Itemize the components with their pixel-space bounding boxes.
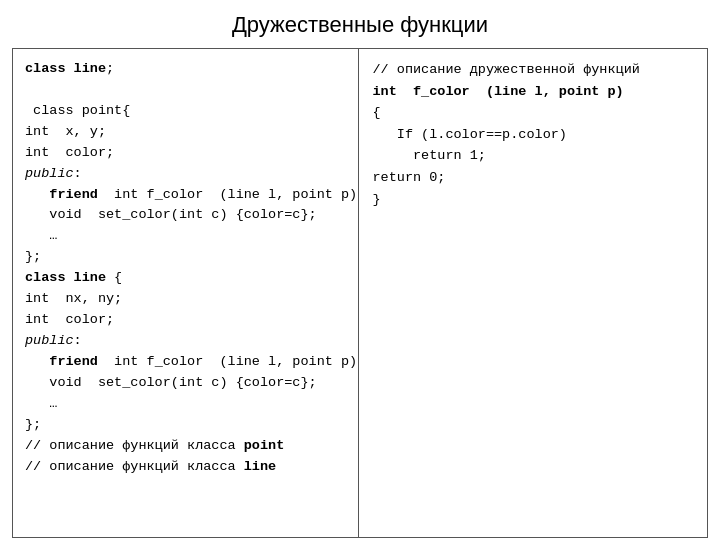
page-title: Дружественные функции xyxy=(0,0,720,48)
code-line: }; xyxy=(25,415,346,436)
right-body-3: return 0; xyxy=(373,167,694,189)
code-line: void set_color(int c) {color=c}; xyxy=(25,373,346,394)
right-body-0: { xyxy=(373,102,694,124)
main-container: class line; class point{ int x, y; int c… xyxy=(12,48,708,538)
code-line: class line; xyxy=(25,59,346,80)
code-line: class line { xyxy=(25,268,346,289)
code-line: … xyxy=(25,226,346,247)
code-line: class point{ xyxy=(25,101,346,122)
right-comment: // описание дружественной функций xyxy=(373,59,694,81)
code-line: // описание функций класса line xyxy=(25,457,346,478)
code-line: public: xyxy=(25,331,346,352)
code-line: friend int f_color (line l, point p); xyxy=(25,352,346,373)
right-body-2: return 1; xyxy=(373,145,694,167)
code-line: void set_color(int c) {color=c}; xyxy=(25,205,346,226)
code-line: public: xyxy=(25,164,346,185)
code-line xyxy=(25,80,346,101)
left-panel: class line; class point{ int x, y; int c… xyxy=(13,49,359,537)
right-panel: // описание дружественной функций int f_… xyxy=(359,49,708,537)
code-line: int x, y; xyxy=(25,122,346,143)
code-line: int color; xyxy=(25,310,346,331)
code-line: … xyxy=(25,394,346,415)
code-line: // описание функций класса point xyxy=(25,436,346,457)
code-line: int color; xyxy=(25,143,346,164)
code-line: }; xyxy=(25,247,346,268)
right-body-1: If (l.color==p.color) xyxy=(373,124,694,146)
right-signature: int f_color (line l, point p) xyxy=(373,81,694,103)
code-line: int nx, ny; xyxy=(25,289,346,310)
right-body-4: } xyxy=(373,189,694,211)
code-line: friend int f_color (line l, point p); xyxy=(25,185,346,206)
